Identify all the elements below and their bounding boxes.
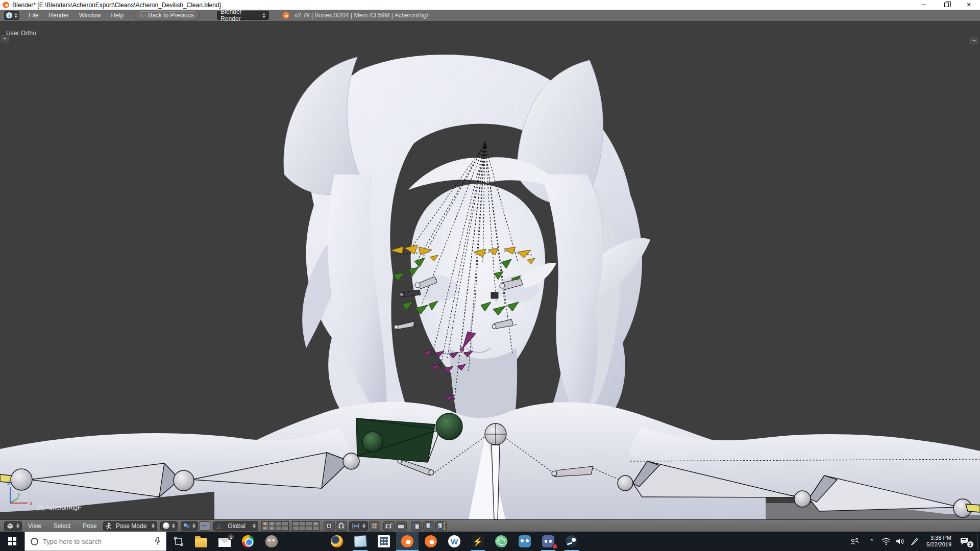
- minimize-button[interactable]: [913, 0, 935, 10]
- taskbar-godot[interactable]: [513, 532, 536, 551]
- taskbar-notepad[interactable]: [349, 532, 372, 551]
- taskbar-mail[interactable]: 1: [213, 532, 236, 551]
- shading-sphere-icon: [163, 522, 169, 529]
- wifi-icon: [881, 538, 891, 545]
- blender-icon: [401, 535, 413, 547]
- editor-type-button[interactable]: [4, 521, 22, 531]
- editor-updown-icon: [14, 13, 17, 18]
- hidden-icons-button[interactable]: ⌃: [865, 532, 879, 551]
- menu-window[interactable]: Window: [74, 10, 106, 21]
- armature-layers-group-2[interactable]: [292, 521, 320, 531]
- manipulator-toggle[interactable]: [199, 521, 210, 531]
- opengl-render-image-button[interactable]: [383, 521, 395, 531]
- snap-element-select[interactable]: [349, 521, 368, 531]
- taskbar-gimp[interactable]: [260, 532, 283, 551]
- 3d-view-header: View Select Pose Pose Mode Global: [0, 519, 980, 532]
- armature-layers-group-1[interactable]: [261, 521, 289, 531]
- window-title: Blender* [E:\Blenders\AcheronExport\Clea…: [12, 2, 913, 9]
- pivot-updown-icon: [192, 523, 195, 528]
- back-to-previous-label: Back to Previous: [148, 12, 194, 19]
- taskbar-atom-app[interactable]: [490, 532, 512, 551]
- transform-orientation-select[interactable]: Global: [213, 521, 258, 531]
- snap-target-button[interactable]: [369, 521, 380, 531]
- people-icon: [850, 537, 859, 545]
- render-engine-value: Blender Render: [220, 8, 261, 22]
- axis-icon: [216, 523, 222, 529]
- restore-button[interactable]: [935, 0, 958, 10]
- wallpaper-engine-icon: W: [448, 535, 460, 547]
- volume-tray-button[interactable]: [893, 532, 908, 551]
- select-menu[interactable]: Select: [47, 522, 77, 530]
- cortana-icon: [31, 538, 38, 545]
- pose-menu[interactable]: Pose: [77, 522, 103, 530]
- menu-render[interactable]: Render: [43, 10, 74, 21]
- view-menu[interactable]: View: [22, 522, 47, 530]
- viewport-shading-select[interactable]: [160, 521, 178, 531]
- snap-grid-icon: [371, 522, 378, 529]
- properties-expand-icon[interactable]: +: [970, 37, 978, 44]
- mail-badge: 1: [228, 534, 234, 540]
- taskbar-firefox[interactable]: [326, 532, 348, 551]
- blender-splash-icon[interactable]: [282, 12, 289, 19]
- mode-select[interactable]: Pose Mode: [103, 521, 157, 531]
- pen-icon: [911, 537, 919, 545]
- render-engine-select[interactable]: Blender Render: [217, 11, 269, 20]
- back-to-previous-button[interactable]: ⇦ Back to Previous: [135, 11, 200, 20]
- pivot-icon: [183, 522, 190, 529]
- menu-help[interactable]: Help: [106, 10, 129, 21]
- menu-file[interactable]: File: [23, 10, 43, 21]
- editor-type-info-button[interactable]: i: [4, 11, 19, 20]
- task-view-button[interactable]: [167, 532, 190, 551]
- tray-time: 3:38 PM: [930, 535, 951, 541]
- editor-updown-icon: [16, 523, 19, 528]
- pivot-point-select[interactable]: [181, 521, 198, 531]
- file-explorer-icon: [195, 538, 207, 547]
- taskbar-calculator[interactable]: [373, 532, 395, 551]
- viewport-scene: Z y x: [0, 21, 980, 519]
- start-button[interactable]: [0, 532, 24, 551]
- search-input[interactable]: [43, 538, 155, 545]
- orientation-select-value: Global: [228, 522, 246, 530]
- toolbar-expand-icon[interactable]: +: [1, 35, 9, 42]
- windows-logo-icon: [8, 537, 16, 545]
- flip-axis-indicator: [444, 522, 446, 530]
- copy-pose-icon: [413, 522, 420, 530]
- taskbar-blender-2[interactable]: [420, 532, 442, 551]
- godot-icon: [519, 535, 531, 547]
- lock-modes-button[interactable]: [324, 521, 335, 531]
- chrome-icon: [242, 535, 254, 547]
- taskbar-file-explorer[interactable]: [190, 532, 212, 551]
- taskbar-blender-active[interactable]: [396, 532, 419, 551]
- back-arrow-icon: ⇦: [140, 12, 145, 19]
- people-tray-button[interactable]: [847, 532, 862, 551]
- taskbar-winamp[interactable]: ⚡: [467, 532, 489, 551]
- clapperboard-icon: [397, 522, 405, 529]
- 3d-viewport[interactable]: Z y x User Ortho (0) AcheronRigF + +: [0, 21, 980, 519]
- show-desktop-button[interactable]: [977, 534, 977, 549]
- taskbar-chrome[interactable]: [237, 532, 259, 551]
- taskbar-steam[interactable]: [560, 532, 583, 551]
- copy-pose-button[interactable]: [411, 521, 422, 531]
- snap-toggle-button[interactable]: [336, 521, 347, 531]
- paste-pose-button[interactable]: [423, 521, 434, 531]
- taskbar-discord[interactable]: [537, 532, 559, 551]
- paste-flipped-pose-button[interactable]: [435, 521, 447, 531]
- shading-updown-icon: [172, 523, 175, 528]
- tray-date: 5/22/2019: [926, 541, 951, 548]
- window-controls: ✕: [913, 0, 980, 10]
- microphone-icon[interactable]: [155, 537, 161, 546]
- taskbar-search[interactable]: [24, 532, 166, 551]
- taskbar-wallpaper-engine[interactable]: W: [443, 532, 465, 551]
- firefox-icon: [331, 535, 343, 547]
- snap-updown-icon: [362, 523, 365, 528]
- notification-badge: 2: [967, 541, 974, 548]
- wifi-tray-button[interactable]: [879, 532, 893, 551]
- action-center-button[interactable]: 2: [955, 532, 974, 551]
- close-button[interactable]: ✕: [958, 0, 980, 10]
- paste-flipped-icon: [436, 522, 443, 530]
- winamp-icon: ⚡: [472, 535, 484, 547]
- opengl-render-animation-button[interactable]: [396, 521, 407, 531]
- windows-taskbar: 1 W ⚡ ⌃ 3:38 PM: [0, 532, 980, 551]
- orientation-updown-icon: [253, 523, 256, 528]
- taskbar-clock[interactable]: 3:38 PM 5/22/2019: [919, 532, 951, 551]
